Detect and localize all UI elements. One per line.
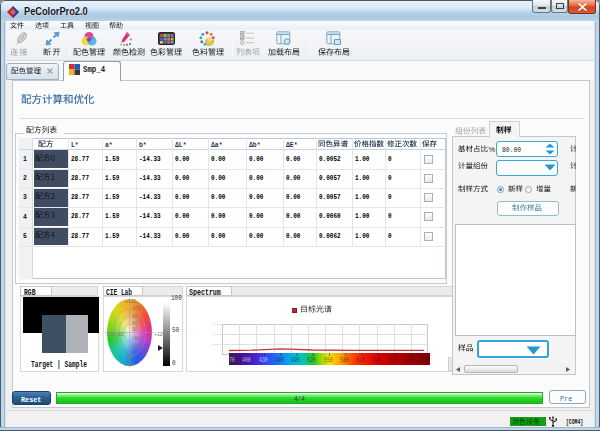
svg-text:-60: -60: [116, 331, 123, 337]
svg-text:+120: +120: [125, 298, 136, 304]
svg-text:100: 100: [132, 305, 141, 311]
svg-text:-100: -100: [105, 331, 115, 337]
svg-text:-100: -100: [123, 361, 133, 367]
svg-text:-60: -60: [132, 343, 139, 349]
svg-text:-30: -30: [132, 335, 139, 341]
svg-text:30: 30: [132, 326, 138, 332]
svg-text:-80: -80: [125, 353, 132, 359]
svg-text:80: 80: [132, 313, 138, 319]
